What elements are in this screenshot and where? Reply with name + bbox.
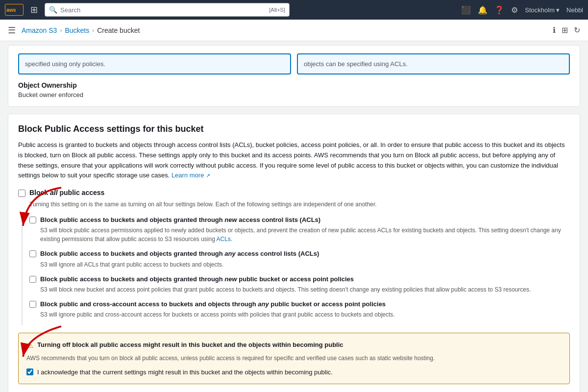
sub-checkbox-1-desc: S3 will block public access permissions …	[40, 226, 570, 244]
chevron-down-icon: ▾	[556, 6, 560, 14]
sub-checkbox-item-2: Block public access to buckets and objec…	[29, 249, 570, 269]
bookmark-icon[interactable]: ⊞	[562, 25, 568, 35]
sub-checkbox-row-4: Block public and cross-account access to…	[29, 300, 570, 309]
aws-logo[interactable]: aws	[5, 4, 24, 16]
sub-checkbox-2-desc: S3 will ignore all ACLs that grant publi…	[40, 260, 570, 269]
search-shortcut: [Alt+S]	[269, 7, 285, 13]
block-access-description: Public access is granted to buckets and …	[18, 140, 570, 181]
block-all-label[interactable]: Block all public access	[29, 189, 104, 196]
sub-checkbox-1-label[interactable]: Block public access to buckets and objec…	[40, 216, 320, 224]
ownership-card-2: objects can be specified using ACLs.	[297, 53, 570, 74]
ownership-section: specified using only policies. objects c…	[8, 45, 580, 107]
warning-checkbox-row: I acknowledge that the current settings …	[26, 368, 562, 377]
ownership-label: Object Ownership	[18, 81, 570, 89]
warning-title: Turning off block all public access migh…	[37, 340, 343, 350]
terminal-icon[interactable]: ⬛	[461, 5, 471, 15]
breadcrumb-separator-2: ›	[92, 27, 94, 34]
acls-link-1[interactable]: ACLs	[217, 236, 231, 243]
top-navigation: aws ⊞ 🔍 [Alt+S] ⬛ 🔔 ❓ ⚙ Stockholm ▾ Nebb…	[0, 0, 588, 20]
region-label: Stockholm	[525, 6, 555, 14]
search-icon: 🔍	[49, 6, 57, 14]
block-all-checkbox[interactable]	[18, 190, 25, 197]
ownership-card-1: specified using only policies.	[18, 53, 291, 74]
sub-checkbox-4-label[interactable]: Block public and cross-account access to…	[40, 300, 386, 309]
sub-checkbox-3[interactable]	[29, 276, 36, 283]
breadcrumb-current: Create bucket	[97, 26, 140, 34]
main-content: specified using only policies. objects c…	[0, 41, 588, 392]
nav-icons: ⬛ 🔔 ❓ ⚙ Stockholm ▾ Nebbl	[461, 5, 583, 15]
breadcrumb: Amazon S3 › Buckets › Create bucket	[22, 26, 140, 34]
refresh-icon[interactable]: ↻	[574, 25, 580, 35]
sub-checkbox-4-desc: S3 will ignore public and cross-account …	[40, 310, 570, 319]
sub-checkbox-2-label[interactable]: Block public access to buckets and objec…	[40, 249, 319, 258]
sub-checkbox-item-1: Block public access to buckets and objec…	[29, 216, 570, 244]
sub-checkbox-3-label[interactable]: Block public access to buckets and objec…	[40, 275, 354, 284]
sub-checkbox-1[interactable]	[29, 217, 36, 223]
sub-checkbox-row-3: Block public access to buckets and objec…	[29, 275, 570, 284]
info-icon[interactable]: ℹ	[553, 25, 556, 35]
external-link-icon: ↗	[206, 172, 210, 178]
ownership-card-1-text: specified using only policies.	[25, 60, 105, 68]
search-bar[interactable]: 🔍 [Alt+S]	[45, 3, 290, 17]
breadcrumb-s3-link[interactable]: Amazon S3	[22, 26, 57, 34]
settings-icon[interactable]: ⚙	[511, 5, 518, 15]
help-icon[interactable]: ❓	[494, 5, 504, 15]
ownership-card-2-text: objects can be specified using ACLs.	[304, 60, 408, 68]
user-menu[interactable]: Nebbl	[566, 6, 583, 14]
search-input[interactable]	[60, 6, 267, 14]
checkbox-group: Block all public access Turning this set…	[18, 189, 570, 325]
sub-checkbox-item-4: Block public and cross-account access to…	[29, 300, 570, 319]
ownership-value: Bucket owner enforced	[18, 91, 570, 98]
acknowledge-checkbox[interactable]	[26, 368, 33, 375]
warning-icon: ⚠	[26, 341, 33, 350]
region-selector[interactable]: Stockholm ▾	[525, 6, 560, 14]
warning-box: ⚠ Turning off block all public access mi…	[18, 333, 570, 385]
grid-icon[interactable]: ⊞	[28, 2, 40, 17]
sub-checkboxes: Block public access to buckets and objec…	[22, 216, 570, 325]
block-all-desc: Turning this setting on is the same as t…	[29, 200, 570, 209]
ownership-cards: specified using only policies. objects c…	[18, 53, 570, 74]
breadcrumb-separator-1: ›	[60, 27, 62, 34]
secondary-nav-icons: ℹ ⊞ ↻	[553, 25, 580, 35]
sub-checkbox-item-3: Block public access to buckets and objec…	[29, 275, 570, 294]
warning-text: AWS recommends that you turn on block al…	[26, 354, 562, 363]
acknowledge-label[interactable]: I acknowledge that the current settings …	[37, 368, 333, 377]
block-all-checkbox-row: Block all public access	[18, 189, 570, 197]
learn-more-link[interactable]: Learn more ↗	[172, 172, 210, 179]
sub-checkbox-row-1: Block public access to buckets and objec…	[29, 216, 570, 224]
svg-text:aws: aws	[6, 7, 16, 13]
menu-toggle-icon[interactable]: ☰	[8, 25, 16, 36]
block-access-desc-text: Public access is granted to buckets and …	[18, 141, 565, 179]
sub-checkbox-row-2: Block public access to buckets and objec…	[29, 249, 570, 258]
sub-checkbox-3-desc: S3 will block new bucket and access poin…	[40, 285, 570, 294]
secondary-navigation: ☰ Amazon S3 › Buckets › Create bucket ℹ …	[0, 20, 588, 41]
breadcrumb-buckets-link[interactable]: Buckets	[65, 26, 89, 34]
block-access-section: Block Public Access settings for this bu…	[8, 114, 580, 392]
block-access-title: Block Public Access settings for this bu…	[18, 124, 570, 134]
sub-checkbox-2[interactable]	[29, 250, 36, 257]
bell-icon[interactable]: 🔔	[478, 5, 488, 15]
warning-header: ⚠ Turning off block all public access mi…	[26, 340, 562, 350]
sub-checkbox-4[interactable]	[29, 301, 36, 308]
